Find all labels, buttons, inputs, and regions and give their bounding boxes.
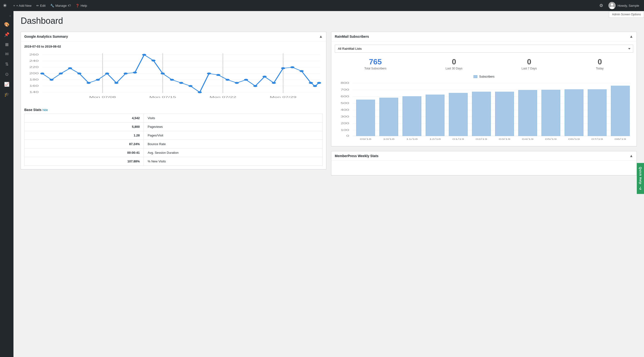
sidebar-toggle[interactable]: › (0, 12, 14, 19)
stat-value: 00:00:41 (24, 148, 144, 157)
svg-text:600: 600 (340, 95, 349, 98)
svg-point-52 (317, 82, 321, 84)
courses-icon: 🎓 (4, 92, 10, 97)
manage-nav-item[interactable]: 🔧 Manage 🏷 (48, 0, 73, 11)
bar-10-18 (380, 98, 398, 136)
manage-badge: 🏷 (68, 4, 71, 7)
svg-text:02/19: 02/19 (476, 138, 487, 140)
help-nav-item[interactable]: ❓ Help (73, 0, 90, 11)
table-row: 87.24% Bounce Rate (24, 140, 323, 148)
svg-text:08/19: 08/19 (614, 138, 626, 140)
bar-11-18 (402, 96, 421, 136)
svg-point-39 (207, 72, 211, 74)
user-menu[interactable]: Howdy, Sample (606, 2, 641, 9)
bar-07-19 (588, 89, 606, 136)
last-30-days-label: Last 30 Days (446, 67, 462, 70)
svg-point-36 (179, 82, 183, 84)
svg-point-43 (244, 79, 248, 81)
help-label: Help (80, 4, 87, 7)
edit-icon: ✏ (36, 4, 39, 7)
svg-text:140: 140 (29, 91, 39, 94)
bar-01-19 (449, 93, 468, 136)
screen-options-button[interactable]: Admin Screen Options (609, 11, 644, 18)
avatar (608, 2, 616, 9)
chevron-right-icon: › (10, 14, 10, 17)
sidebar-item-analytics[interactable]: 📈 (0, 79, 14, 89)
hide-base-stats-link[interactable]: hide (42, 108, 48, 112)
analytics-widget-body: 2019-07-03 to 2019-08-02 260 240 220 200… (21, 41, 326, 169)
rainmail-widget: RainMail Subscribers ▲ All RainMail List… (331, 32, 637, 146)
svg-text:800: 800 (340, 82, 349, 84)
svg-text:Mon 07/15: Mon 07/15 (149, 96, 176, 99)
stat-value: 5,800 (24, 122, 144, 131)
right-column: RainMail Subscribers ▲ All RainMail List… (331, 32, 637, 175)
sidebar-item-posts[interactable]: 📌 (0, 29, 14, 40)
svg-text:0: 0 (346, 135, 349, 137)
question-mark-icon: ? (639, 186, 642, 190)
stat-value: 87.24% (24, 140, 144, 148)
sidebar-item-target[interactable]: ⊙ (0, 69, 14, 79)
sidebar-item-appearance[interactable]: 🎨 (0, 19, 14, 29)
quick-help-button[interactable]: ? Quick Help (637, 163, 644, 194)
svg-point-47 (281, 67, 285, 69)
last-30-days-value: 0 (446, 57, 462, 66)
quick-help-label: Quick Help (639, 167, 642, 185)
main-content: Dashboard Google Analytics Summary ▲ 201… (14, 11, 644, 357)
stat-label: % New Visits (144, 157, 323, 166)
rainmail-list-dropdown[interactable]: All RainMail Lists (335, 45, 633, 53)
last-7-days-value: 0 (522, 57, 537, 66)
stat-label: Pageviews (144, 122, 323, 131)
svg-point-23 (59, 72, 63, 74)
legend-color-box (474, 75, 477, 78)
bar-chart-container: 800 700 600 500 400 300 200 100 0 (335, 80, 633, 143)
bar-06-19 (565, 89, 583, 136)
sidebar-item-transfers[interactable]: ⇅ (0, 59, 14, 69)
svg-point-33 (151, 59, 155, 61)
stat-value: 107.88% (24, 157, 144, 166)
rainmail-collapse-button[interactable]: ▲ (629, 34, 633, 39)
legend-label: Subscribers (479, 75, 494, 78)
bar-03-19 (496, 92, 514, 136)
sidebar-item-courses[interactable]: 🎓 (0, 89, 14, 99)
svg-text:300: 300 (340, 115, 349, 118)
settings-nav-item[interactable]: ⚙ (597, 0, 606, 11)
svg-point-34 (161, 72, 165, 74)
screen-options-label: Admin Screen Options (612, 13, 641, 16)
svg-text:200: 200 (340, 122, 349, 125)
base-stats-title: Base Stats (24, 108, 42, 112)
mail-icon: ✉ (5, 51, 9, 57)
memberpress-collapse-button[interactable]: ▲ (629, 154, 633, 158)
svg-text:10/18: 10/18 (383, 138, 394, 140)
bar-chart-svg: 800 700 600 500 400 300 200 100 0 (335, 80, 633, 143)
svg-text:03/19: 03/19 (499, 138, 510, 140)
svg-text:200: 200 (29, 72, 39, 75)
table-row: 107.88% % New Visits (24, 157, 323, 166)
last-30-days-stat: 0 Last 30 Days (446, 57, 462, 70)
sidebar-item-mail[interactable]: ✉ (0, 49, 14, 59)
analytics-collapse-button[interactable]: ▲ (319, 34, 323, 39)
svg-text:06/19: 06/19 (568, 138, 580, 140)
chart-legend: Subscribers (335, 75, 633, 78)
today-label: Today (596, 67, 604, 70)
add-new-nav-item[interactable]: + + Add New (11, 0, 34, 11)
stat-label: Bounce Rate (144, 140, 323, 148)
memberpress-widget-body (332, 161, 636, 175)
svg-point-32 (142, 54, 146, 56)
svg-point-29 (114, 82, 118, 84)
svg-text:09/18: 09/18 (360, 138, 371, 140)
manage-icon: 🔧 (50, 4, 54, 7)
stat-label: Pages/Visit (144, 131, 323, 140)
svg-point-24 (68, 67, 72, 69)
edit-label: Edit (40, 4, 46, 7)
total-subscribers-value: 765 (364, 57, 386, 66)
sidebar-item-pages[interactable]: ▦ (0, 40, 14, 49)
subscriber-stats: 765 Total Subscribers 0 Last 30 Days 0 L… (335, 57, 633, 70)
wp-logo[interactable]: ✳ (3, 3, 7, 8)
svg-point-37 (188, 85, 192, 87)
bar-09-18 (356, 100, 375, 136)
edit-nav-item[interactable]: ✏ Edit (34, 0, 48, 11)
svg-point-44 (253, 85, 257, 87)
analytics-widget-header: Google Analytics Summary ▲ (21, 32, 326, 41)
svg-point-46 (272, 82, 276, 84)
svg-point-1 (611, 3, 613, 6)
